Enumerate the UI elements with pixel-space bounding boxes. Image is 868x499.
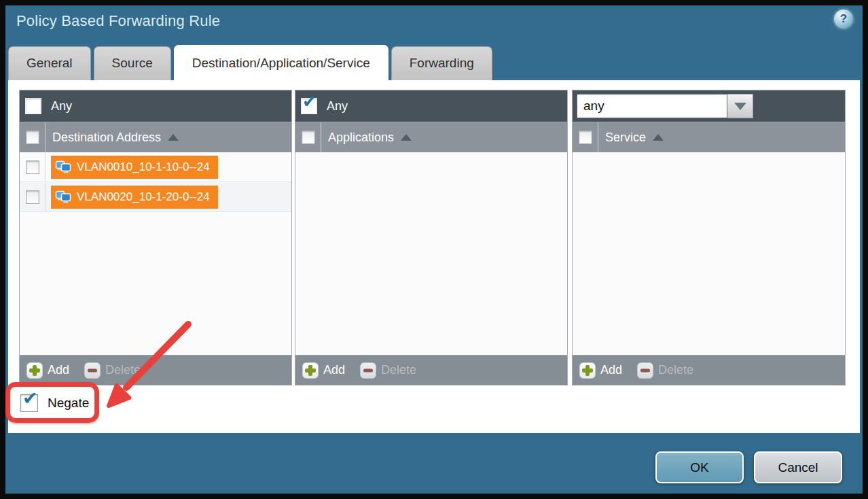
destination-column-header[interactable]: Destination Address	[20, 122, 291, 152]
tab-bar: General Source Destination/Application/S…	[8, 45, 860, 80]
dropdown-button[interactable]	[727, 94, 753, 118]
applications-panel: ✔ Any Applications Add Delete	[295, 90, 568, 385]
plus-icon	[26, 362, 43, 379]
service-dropdown-header: any	[573, 90, 845, 122]
address-icon	[55, 190, 71, 204]
minus-icon	[84, 362, 101, 379]
add-button[interactable]: Add	[579, 362, 622, 379]
cancel-button[interactable]: Cancel	[754, 451, 842, 483]
destination-any-label: Any	[51, 99, 72, 114]
destination-select-all-checkbox[interactable]	[26, 131, 39, 144]
applications-column-header[interactable]: Applications	[295, 122, 567, 152]
destination-toolbar: Add Delete	[20, 355, 291, 385]
service-panel: any Service Add Delete	[572, 90, 846, 385]
applications-column-label: Applications	[328, 131, 394, 145]
service-toolbar: Add Delete	[573, 355, 845, 385]
applications-any-label: Any	[327, 99, 348, 114]
address-object-label: VLAN0020_10-1-20-0--24	[77, 190, 210, 204]
delete-button[interactable]: Delete	[360, 362, 416, 379]
service-list	[573, 152, 845, 355]
service-select-all-checkbox[interactable]	[579, 131, 592, 144]
sort-ascending-icon	[401, 134, 412, 141]
tab-destination-application-service[interactable]: Destination/Application/Service	[174, 45, 388, 80]
destination-column-label: Destination Address	[52, 131, 161, 145]
row-checkbox[interactable]	[26, 160, 39, 174]
service-column-label: Service	[605, 131, 646, 145]
delete-button[interactable]: Delete	[637, 362, 693, 379]
applications-select-all-checkbox[interactable]	[302, 131, 315, 144]
sort-ascending-icon	[653, 134, 664, 141]
negate-label: Negate	[48, 396, 89, 411]
policy-based-forwarding-dialog: Policy Based Forwarding Rule ? General S…	[0, 0, 868, 499]
tab-general[interactable]: General	[8, 46, 91, 80]
applications-any-checkbox[interactable]: ✔	[301, 98, 317, 114]
service-dropdown[interactable]: any	[577, 94, 753, 118]
add-button[interactable]: Add	[26, 362, 69, 379]
plus-icon	[302, 362, 319, 379]
negate-row: ✔ Negate	[20, 394, 89, 412]
ok-button[interactable]: OK	[655, 451, 744, 483]
sort-ascending-icon	[168, 134, 179, 141]
service-column-header[interactable]: Service	[573, 122, 845, 152]
destination-any-checkbox[interactable]	[25, 98, 41, 114]
minus-icon	[637, 362, 653, 379]
destination-list: VLAN0010_10-1-10-0--24 VLAN0020_10-1-20-…	[20, 152, 291, 355]
delete-button[interactable]: Delete	[84, 362, 141, 379]
applications-any-header: ✔ Any	[295, 90, 567, 122]
address-object-label: VLAN0010_10-1-10-0--24	[77, 160, 210, 174]
destination-address-panel: Any Destination Address	[19, 90, 292, 385]
chevron-down-icon	[734, 103, 746, 110]
negate-checkbox[interactable]: ✔	[20, 394, 38, 412]
dialog-title: Policy Based Forwarding Rule	[16, 12, 220, 30]
tab-content: Any Destination Address	[8, 80, 860, 433]
address-icon	[55, 160, 71, 174]
minus-icon	[360, 362, 376, 379]
tab-forwarding[interactable]: Forwarding	[391, 46, 492, 80]
help-icon[interactable]: ?	[834, 10, 853, 29]
applications-toolbar: Add Delete	[295, 355, 567, 385]
list-item[interactable]: VLAN0010_10-1-10-0--24	[20, 152, 291, 182]
tab-source[interactable]: Source	[94, 46, 171, 80]
applications-list	[295, 152, 567, 355]
plus-icon	[579, 362, 596, 379]
service-dropdown-value[interactable]: any	[577, 94, 727, 118]
add-button[interactable]: Add	[302, 362, 345, 379]
list-item[interactable]: VLAN0020_10-1-20-0--24	[20, 182, 291, 212]
row-checkbox[interactable]	[26, 190, 39, 204]
destination-any-header: Any	[20, 90, 291, 122]
